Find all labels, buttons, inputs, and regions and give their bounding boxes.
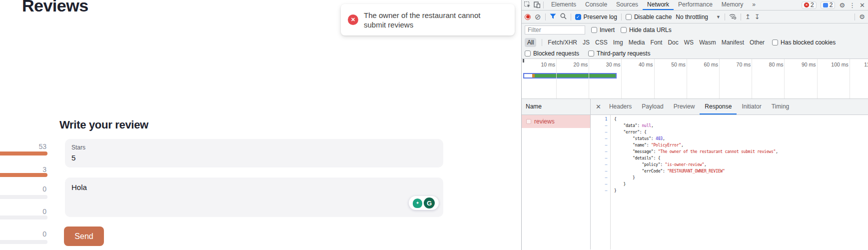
preserve-log-toggle[interactable]: ✓ Preserve log [575,14,617,20]
timeline-tick-label: 10 ms [533,62,555,68]
hide-data-urls-label: Hide data URLs [629,26,672,34]
rating-count: 0 [0,185,46,193]
timeline-gridline [784,59,785,98]
blocked-requests-toggle[interactable]: Blocked requests [525,50,579,57]
checkbox-unchecked-icon[interactable] [621,27,627,33]
chevron-down-icon: ▼ [716,14,721,20]
code-line: "policy": "is-owner-review", [614,162,778,168]
filter-input[interactable] [525,26,585,34]
grammarly-logo-icon[interactable]: G [424,198,435,208]
review-text-value: Hola [71,183,87,192]
main-tab-memory[interactable]: Memory [717,0,748,10]
timeline-tick-label: 50 ms [664,62,686,68]
close-detail-icon[interactable]: ✕ [596,103,601,110]
divider [543,2,544,8]
detail-tab-response[interactable]: Response [700,99,737,114]
detail-tab-preview[interactable]: Preview [669,99,700,114]
type-chip-doc[interactable]: Doc [668,39,678,46]
detail-tab-initiator[interactable]: Initiator [737,99,766,114]
main-tab-network[interactable]: Network [643,0,674,10]
type-chip-js[interactable]: JS [583,39,590,46]
type-chip-media[interactable]: Media [629,39,645,46]
type-chip-ws[interactable]: WS [684,39,694,46]
network-overview-timeline[interactable]: 10 ms20 ms30 ms40 ms50 ms60 ms70 ms80 ms… [522,59,868,99]
error-count-icon: ✕ [804,2,809,8]
hide-data-urls-toggle[interactable]: Hide data URLs [621,26,672,34]
waiting-segment [524,74,532,78]
checkbox-unchecked-icon[interactable] [525,50,531,56]
rating-bar [0,195,47,199]
type-chip-img[interactable]: Img [613,39,623,46]
clear-network-log-icon[interactable]: ⊘ [535,13,541,20]
timeline-tick-label: 30 ms [598,62,620,68]
third-party-requests-toggle[interactable]: Third-party requests [588,50,650,57]
grammarly-suggestion-bulb-icon[interactable]: ✦ [413,198,422,208]
close-devtools-icon[interactable]: ✕ [860,2,865,8]
more-tabs-icon[interactable]: » [748,0,760,10]
request-row[interactable]: reviews [522,115,590,128]
requests-list: reviews [522,115,591,250]
request-waterfall-bar[interactable] [523,73,617,78]
throttling-dropdown[interactable]: No throttling ▼ [676,14,721,20]
checkbox-unchecked-icon[interactable] [772,40,778,46]
type-chip-fetchxhr[interactable]: Fetch/XHR [548,39,577,46]
type-chip-all[interactable]: All [525,38,536,47]
type-chip-manifest[interactable]: Manifest [722,39,744,46]
checkbox-checked-icon[interactable]: ✓ [575,14,581,20]
stars-field[interactable]: Stars 5 [65,139,443,168]
filter-funnel-icon[interactable] [550,14,556,20]
checkbox-unchecked-icon[interactable] [588,50,594,56]
main-tab-elements[interactable]: Elements [547,0,581,10]
timeline-gridline [556,59,557,98]
line-number: – [591,142,607,148]
divider [542,39,542,46]
send-button[interactable]: Send [64,226,104,246]
export-har-icon[interactable]: ↧ [755,14,760,20]
response-json-code[interactable]: { "data": null, "error": { "status": 403… [611,115,778,250]
type-chip-css[interactable]: CSS [595,39,608,46]
issues-badge[interactable]: 2 [821,2,836,9]
main-tab-performance[interactable]: Performance [674,0,717,10]
detail-tab-payload[interactable]: Payload [637,99,668,114]
disable-cache-toggle[interactable]: Disable cache [626,14,672,20]
request-favicon-icon [526,119,531,124]
checkbox-unchecked-icon[interactable] [626,14,632,20]
has-blocked-cookies-toggle[interactable]: Has blocked cookies [772,39,836,46]
line-number: – [591,136,607,142]
line-number: – [591,129,607,136]
devtools-panel: ElementsConsoleSourcesNetworkPerformance… [521,0,868,250]
timeline-tick-label: 70 ms [729,62,751,68]
rating-count: 53 [0,142,46,150]
checkbox-unchecked-icon[interactable] [591,27,597,33]
detail-tab-headers[interactable]: Headers [604,99,637,114]
write-review-heading: Write your review [59,118,148,132]
import-har-icon[interactable]: ↥ [745,14,751,20]
inspect-element-icon[interactable] [524,2,531,9]
code-line: "status": 403, [614,136,778,142]
type-chip-other[interactable]: Other [750,39,765,46]
main-tab-console[interactable]: Console [581,0,612,10]
settings-gear-icon[interactable]: ⚙ [839,2,845,8]
name-column-header[interactable]: Name [522,99,591,114]
rating-count: 0 [0,208,46,216]
network-conditions-icon[interactable] [729,14,737,20]
detail-tab-timing[interactable]: Timing [767,99,795,114]
timeline-gridline [621,59,622,98]
device-toolbar-icon[interactable] [534,2,540,9]
network-settings-gear-icon[interactable]: ⚙ [859,14,865,20]
response-pane: 1––––––––––– { "data": null, "error": { … [591,115,868,250]
line-number: – [591,168,607,174]
review-text-field[interactable]: Hola ✦ G [65,178,443,217]
type-chip-wasm[interactable]: Wasm [699,39,716,46]
issues-count: 2 [830,2,833,8]
errors-badge[interactable]: ✕ 2 [802,2,817,9]
main-tab-sources[interactable]: Sources [612,0,643,10]
type-chip-font[interactable]: Font [650,39,662,46]
search-icon[interactable] [560,13,567,20]
record-network-log-icon[interactable] [525,14,531,20]
grammarly-widget[interactable]: ✦ G [409,196,439,210]
table-and-detail-header: Name ✕ HeadersPayloadPreviewResponseInit… [522,99,868,115]
invert-toggle[interactable]: Invert [591,26,615,34]
more-options-icon[interactable]: ⋮ [849,2,856,8]
code-line: } [614,174,778,181]
